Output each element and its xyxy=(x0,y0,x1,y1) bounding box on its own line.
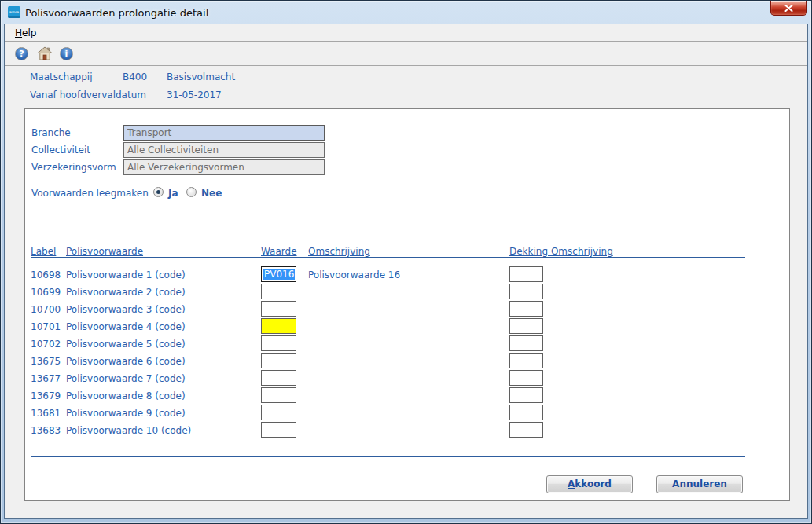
row-omschrijving: Polisvoorwaarde 16 xyxy=(308,269,400,280)
col-header-dekking-omschrijving[interactable]: Dekking Omschrijving xyxy=(509,246,613,257)
branche-value: Transport xyxy=(127,127,171,138)
help-icon[interactable]: ? xyxy=(15,47,28,60)
row-label: 13675 xyxy=(31,356,61,367)
table-row: 13675 Polisvoorwaarde 6 (code) xyxy=(25,353,789,370)
row-name: Polisvoorwaarde 2 (code) xyxy=(66,287,186,298)
branche-label: Branche xyxy=(31,127,71,138)
collectiviteit-value: Alle Collectiviteiten xyxy=(127,145,219,156)
waarde-input[interactable] xyxy=(261,422,296,438)
leegmaken-label: Voorwaarden leegmaken xyxy=(31,188,149,199)
col-header-waarde[interactable]: Waarde xyxy=(261,246,297,257)
title-bar[interactable]: anva Polisvoorwaarden prolongatie detail xyxy=(1,1,811,24)
table-body: 10698 Polisvoorwaarde 1 (code) PV016 Pol… xyxy=(25,266,789,439)
radio-nee-label[interactable]: Nee xyxy=(201,188,222,199)
menu-bar: Help xyxy=(5,24,807,42)
table-row: 10702 Polisvoorwaarde 5 (code) xyxy=(25,335,789,353)
table-row: 10700 Polisvoorwaarde 3 (code) xyxy=(25,301,789,318)
waarde-input[interactable] xyxy=(261,370,296,386)
home-icon[interactable] xyxy=(37,46,53,60)
table-row: 10698 Polisvoorwaarde 1 (code) PV016 Pol… xyxy=(25,266,789,284)
dekking-input[interactable] xyxy=(509,335,543,351)
dekking-input[interactable] xyxy=(509,301,543,317)
header-rule xyxy=(31,257,745,258)
row-name: Polisvoorwaarde 7 (code) xyxy=(66,373,186,384)
waarde-input[interactable] xyxy=(261,353,296,368)
waarde-input[interactable] xyxy=(261,301,296,317)
table-row: 13681 Polisvoorwaarde 9 (code) xyxy=(25,405,789,422)
info-icon[interactable]: i xyxy=(60,47,73,60)
anva-logo-icon: anva xyxy=(8,6,20,18)
table-row: 13677 Polisvoorwaarde 7 (code) xyxy=(25,370,789,387)
waarde-input[interactable] xyxy=(261,405,296,420)
table-row: 13683 Polisvoorwaarde 10 (code) xyxy=(25,422,789,439)
content-panel: Branche Transport Collectiviteit Alle Co… xyxy=(24,108,790,501)
window-title: Polisvoorwaarden prolongatie detail xyxy=(25,7,208,19)
verzekeringsvorm-value: Alle Verzekeringsvormen xyxy=(127,162,244,173)
dekking-input[interactable] xyxy=(509,422,543,438)
maatschappij-code: B400 xyxy=(123,71,147,82)
annuleren-button[interactable]: Annuleren xyxy=(656,475,743,493)
dekking-input[interactable] xyxy=(509,370,543,386)
row-name: Polisvoorwaarde 6 (code) xyxy=(66,356,186,367)
vervaldatum-value: 31-05-2017 xyxy=(167,90,222,101)
row-label: 13683 xyxy=(31,425,61,436)
footer-rule xyxy=(31,456,745,457)
row-label: 10698 xyxy=(31,269,61,280)
table-row: 10701 Polisvoorwaarde 4 (code) xyxy=(25,318,789,335)
menu-item-help[interactable]: Help xyxy=(5,24,42,38)
row-label: 10699 xyxy=(31,287,61,298)
row-label: 13679 xyxy=(31,390,61,401)
dekking-input[interactable] xyxy=(509,405,543,420)
maatschappij-label: Maatschappij xyxy=(30,71,92,82)
close-button[interactable] xyxy=(770,1,807,16)
akkoord-button[interactable]: Akkoord xyxy=(546,475,633,493)
row-name: Polisvoorwaarde 10 (code) xyxy=(66,425,191,436)
row-name: Polisvoorwaarde 5 (code) xyxy=(66,339,186,350)
radio-ja-label[interactable]: Ja xyxy=(168,188,178,199)
dekking-input[interactable] xyxy=(509,387,543,403)
radio-ja[interactable] xyxy=(153,187,164,197)
dekking-input[interactable] xyxy=(509,318,543,334)
dekking-input[interactable] xyxy=(509,266,543,282)
waarde-input[interactable] xyxy=(261,284,296,299)
row-name: Polisvoorwaarde 9 (code) xyxy=(66,408,186,419)
collectiviteit-field[interactable]: Alle Collectiviteiten xyxy=(123,142,325,158)
table-row: 10699 Polisvoorwaarde 2 (code) xyxy=(25,284,789,301)
branche-field[interactable]: Transport xyxy=(123,125,325,141)
row-label: 10700 xyxy=(31,304,61,315)
row-label: 10701 xyxy=(31,321,61,332)
dekking-input[interactable] xyxy=(509,284,543,299)
toolbar: ? i xyxy=(5,42,807,66)
col-header-omschrijving[interactable]: Omschrijving xyxy=(308,246,370,257)
row-label: 13681 xyxy=(31,408,61,419)
close-icon xyxy=(784,5,793,12)
row-label: 13677 xyxy=(31,373,61,384)
row-name: Polisvoorwaarde 3 (code) xyxy=(66,304,186,315)
row-name: Polisvoorwaarde 4 (code) xyxy=(66,321,186,332)
waarde-input[interactable]: PV016 xyxy=(261,266,296,282)
maatschappij-name: Basisvolmacht xyxy=(167,71,235,82)
row-label: 10702 xyxy=(31,339,61,350)
col-header-label[interactable]: Label xyxy=(31,246,56,257)
row-name: Polisvoorwaarde 8 (code) xyxy=(66,390,186,401)
collectiviteit-label: Collectiviteit xyxy=(31,145,90,156)
radio-dot xyxy=(156,190,160,194)
waarde-input[interactable] xyxy=(261,318,296,334)
radio-nee[interactable] xyxy=(186,187,197,197)
col-header-polisvoorwaarde[interactable]: Polisvoorwaarde xyxy=(66,246,143,257)
waarde-value: PV016 xyxy=(263,269,295,280)
row-name: Polisvoorwaarde 1 (code) xyxy=(66,269,186,280)
table-row: 13679 Polisvoorwaarde 8 (code) xyxy=(25,387,789,405)
verzekeringsvorm-label: Verzekeringsvorm xyxy=(31,162,116,173)
waarde-input[interactable] xyxy=(261,387,296,403)
waarde-input[interactable] xyxy=(261,335,296,351)
verzekeringsvorm-field[interactable]: Alle Verzekeringsvormen xyxy=(123,159,325,175)
client-area: Help ? i Maatschappij B400 Basisvolmacht… xyxy=(4,24,808,519)
vervaldatum-label: Vanaf hoofdvervaldatum xyxy=(30,90,146,101)
dekking-input[interactable] xyxy=(509,353,543,368)
dialog-window: anva Polisvoorwaarden prolongatie detail… xyxy=(0,0,812,524)
